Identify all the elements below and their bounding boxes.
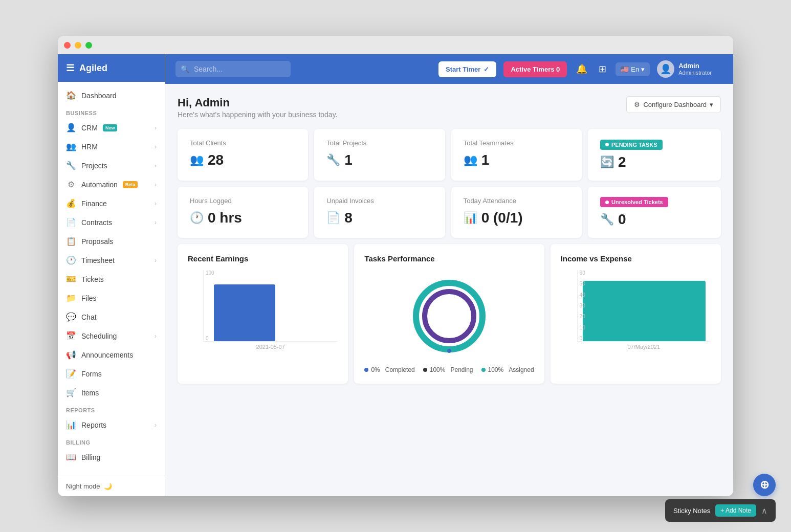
greeting-section: Hi, Admin Here's what's happening with y…	[178, 96, 337, 119]
sidebar-item-announcements[interactable]: 📢 Announcements	[58, 345, 165, 364]
stat-number: 8	[344, 210, 353, 226]
sidebar-item-proposals[interactable]: 📋 Proposals	[58, 232, 165, 251]
charts-grid: Recent Earnings 100 0 202	[178, 244, 721, 384]
sidebar-item-label: Tickets	[81, 275, 104, 283]
stat-value: 🕐 0 hrs	[190, 210, 296, 226]
language-selector[interactable]: 🇺🇸 En ▾	[616, 62, 650, 76]
moon-icon: 🌙	[104, 482, 112, 490]
finance-icon: 💰	[66, 198, 76, 208]
sidebar-item-contracts[interactable]: 📄 Contracts ›	[58, 213, 165, 232]
items-icon: 🛒	[66, 388, 76, 397]
donut-svg	[408, 275, 490, 357]
add-note-button[interactable]: + Add Note	[715, 504, 756, 517]
teammates-icon: 👥	[464, 153, 477, 167]
stat-label: Total Projects	[326, 139, 432, 147]
recent-earnings-chart: Recent Earnings 100 0 202	[178, 244, 348, 384]
sidebar-item-label: Scheduling	[81, 332, 117, 340]
sidebar-item-reports[interactable]: 📊 Reports ›	[58, 415, 165, 434]
sidebar-item-items[interactable]: 🛒 Items	[58, 383, 165, 402]
start-timer-button[interactable]: Start Timer ✓	[438, 61, 496, 77]
stat-today-attendance: Today Attendance 📊 0 (0/1)	[451, 187, 582, 238]
stat-value: 🔧 0	[600, 211, 709, 228]
sidebar-item-label: Contracts	[81, 218, 112, 227]
chevron-down-icon: ▾	[710, 101, 713, 108]
sidebar-item-label: Chat	[81, 313, 97, 321]
sidebar-item-scheduling[interactable]: 📅 Scheduling ›	[58, 326, 165, 345]
y-label: 40	[580, 292, 585, 298]
badge-dot	[605, 143, 609, 146]
income-chart: 60 50 40 30 20 10 0	[561, 270, 711, 352]
sidebar: ☰ Agiled 🏠 Dashboard BUSINESS 👤 CRM New …	[58, 54, 165, 496]
sidebar-item-timesheet[interactable]: 🕐 Timesheet ›	[58, 251, 165, 270]
apps-grid-button[interactable]: ⊞	[597, 61, 608, 77]
chevron-right-icon: ›	[155, 181, 157, 188]
notifications-button[interactable]: 🔔	[574, 61, 589, 77]
chevron-right-icon: ›	[155, 124, 157, 131]
sidebar-item-finance[interactable]: 💰 Finance ›	[58, 194, 165, 213]
sidebar-item-automation[interactable]: ⚙ Automation Beta ›	[58, 175, 165, 194]
proposals-icon: 📋	[66, 236, 76, 246]
sidebar-item-forms[interactable]: 📝 Forms	[58, 364, 165, 383]
legend-label: Assigned	[509, 366, 534, 373]
chevron-right-icon: ›	[155, 200, 157, 207]
stat-label: Total Teammates	[464, 139, 569, 147]
sidebar-item-chat[interactable]: 💬 Chat	[58, 307, 165, 326]
sidebar-item-label: Forms	[81, 370, 102, 378]
sidebar-item-tickets[interactable]: 🎫 Tickets	[58, 270, 165, 289]
night-mode-button[interactable]: Night mode 🌙	[66, 482, 157, 490]
sidebar-item-label: Automation	[81, 181, 118, 189]
help-fab-button[interactable]: ⊕	[753, 474, 776, 496]
stat-number: 2	[618, 154, 626, 170]
beta-badge: Beta	[123, 181, 138, 188]
sidebar-item-label: Files	[81, 294, 97, 302]
files-icon: 📁	[66, 293, 76, 303]
hamburger-icon[interactable]: ☰	[66, 62, 74, 74]
svg-point-2	[447, 349, 451, 353]
gear-icon: ⚙	[634, 101, 640, 108]
badge-dot	[605, 201, 609, 204]
chevron-right-icon: ›	[155, 143, 157, 150]
active-timers-button[interactable]: Active Timers 0	[503, 61, 567, 77]
stat-pending-tasks: PENDING TASKS 🔄 2	[588, 129, 721, 181]
y-label: 60	[580, 270, 585, 276]
legend-value: 100%	[488, 366, 504, 373]
close-button[interactable]	[64, 42, 71, 49]
configure-dashboard-button[interactable]: ⚙ Configure Dashboard ▾	[626, 96, 721, 113]
clients-icon: 👥	[190, 153, 204, 167]
user-menu[interactable]: 👤 Admin Administrator	[657, 60, 712, 78]
legend-label: Completed	[385, 366, 415, 373]
sidebar-logo: ☰ Agiled	[58, 54, 165, 82]
stat-label: Today Attendance	[464, 197, 569, 205]
night-mode-label: Night mode	[66, 482, 100, 490]
ticket-icon: 🔧	[600, 213, 614, 226]
svg-point-1	[425, 292, 474, 341]
sidebar-item-billing[interactable]: 📖 Billing	[58, 448, 165, 467]
legend-dot	[423, 368, 427, 372]
start-timer-label: Start Timer	[446, 65, 480, 73]
sidebar-item-files[interactable]: 📁 Files	[58, 289, 165, 307]
reports-icon: 📊	[66, 420, 76, 430]
user-text: Admin Administrator	[678, 62, 712, 77]
stat-total-clients: Total Clients 👥 28	[178, 129, 308, 181]
income-bar	[583, 281, 706, 341]
sidebar-item-label: Announcements	[81, 351, 133, 359]
billing-icon: 📖	[66, 452, 76, 462]
sidebar-item-crm[interactable]: 👤 CRM New ›	[58, 118, 165, 137]
stat-number: 1	[481, 152, 490, 168]
sidebar-item-projects[interactable]: 🔧 Projects ›	[58, 156, 165, 175]
search-input[interactable]	[175, 61, 291, 77]
y-label: 50	[580, 281, 585, 286]
badge-label: PENDING TASKS	[611, 142, 657, 148]
chevron-right-icon: ›	[155, 219, 157, 226]
maximize-button[interactable]	[85, 42, 92, 49]
tasks-performance-chart: Tasks Performance	[354, 244, 544, 384]
sidebar-item-hrm[interactable]: 👥 HRM ›	[58, 137, 165, 156]
sidebar-item-dashboard[interactable]: 🏠 Dashboard	[58, 86, 165, 105]
new-badge: New	[103, 124, 118, 131]
stat-value: 🔧 1	[326, 152, 432, 168]
minimize-button[interactable]	[75, 42, 81, 49]
chevron-up-icon[interactable]: ∧	[761, 506, 767, 516]
flag-icon: 🇺🇸	[621, 65, 629, 73]
invoice-icon: 📄	[326, 211, 340, 225]
sidebar-item-label: HRM	[81, 143, 98, 151]
